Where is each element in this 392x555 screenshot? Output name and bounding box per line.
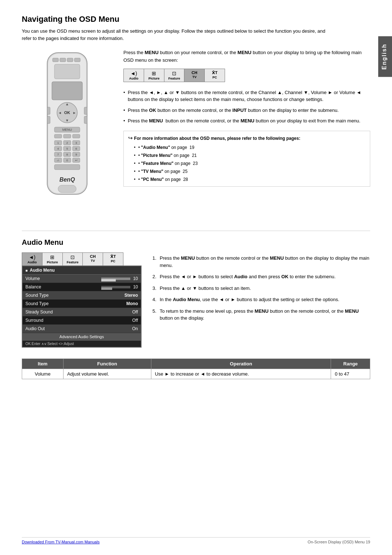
remote-image-area: OK ▲ ▼ ◄ ► MENU 1 (22, 49, 113, 216)
svg-rect-3 (60, 58, 66, 62)
row-range: 0 to 47 (331, 369, 370, 379)
tv-tab: CH TV (83, 253, 103, 266)
sound-type-label-2: Sound Type (25, 301, 49, 306)
tv-tab-label: TV (91, 259, 95, 263)
balance-label: Balance (25, 284, 41, 289)
svg-rect-22 (73, 134, 80, 138)
pc-icon: X̄T (205, 70, 224, 75)
footer-link[interactable]: Downloaded From TV-Manual.com Manuals (22, 540, 99, 544)
audio-icon: ◄) (124, 70, 143, 76)
right-instructions: Press the MENU button on your remote con… (123, 49, 370, 190)
picture-tab-icon: ⊞ (43, 254, 62, 260)
picture-tab-label: Picture (47, 260, 58, 264)
osd-menu-bar-top: ◄) Audio ⊞ Picture ⊡ Feature CH TV X̄T (123, 69, 225, 82)
svg-text:2: 2 (66, 141, 68, 145)
step-2: 2. Press the ◄ or ► buttons to select Au… (152, 271, 370, 283)
col-header-operation: Operation (151, 359, 331, 369)
audio-out-value: On (132, 326, 138, 331)
pc-tab: X̄T PC (103, 253, 123, 266)
audio-row-steady-sound: Steady Sound Off (23, 308, 141, 316)
audio-tab: ◄) Audio (22, 253, 42, 266)
section-divider (22, 231, 370, 231)
svg-text:7: 7 (57, 153, 59, 156)
svg-text:5: 5 (66, 147, 68, 150)
osd-menu-bar-audio: ◄) Audio ⊞ Picture ⊡ Feature CH TV X̄T (22, 252, 123, 266)
svg-rect-17 (84, 116, 87, 123)
svg-rect-4 (67, 58, 73, 62)
audio-menu-header: Audio Menu (23, 266, 141, 275)
feature-label: Feature (168, 77, 180, 80)
sound-type-value-stereo: Stereo (124, 293, 138, 298)
menu-bold-1: MENU (145, 50, 159, 55)
step-num-2: 2. (152, 273, 156, 280)
table-row: Volume Adjust volume level. Use ► to inc… (22, 369, 370, 379)
menu-item-feature: ⊡ Feature (164, 69, 185, 82)
svg-text:OK: OK (64, 110, 70, 115)
svg-rect-2 (53, 58, 58, 62)
svg-text:▼: ▼ (65, 118, 69, 122)
step-5: 5. To return to the menu one level up, p… (152, 305, 370, 324)
surround-value: Off (132, 318, 138, 323)
note-title: For more information about the OSD menus… (134, 136, 300, 141)
svg-rect-47 (54, 165, 80, 170)
audio-row-sound-type-mono: Sound Type Mono (23, 300, 141, 308)
svg-text:▲: ▲ (65, 102, 69, 106)
tv-icon: CH (185, 70, 204, 75)
audio-section: ◄) Audio ⊞ Picture ⊡ Feature CH TV X̄T (22, 252, 370, 348)
audio-menu-footer: OK:Enter ∧∨:Select <>:Adjust (23, 340, 141, 347)
audio-tab-label: Audio (28, 260, 37, 264)
picture-icon: ⊞ (145, 70, 163, 76)
audio-out-label: Audio Out (25, 326, 45, 331)
pc-tab-icon: X̄T (104, 254, 122, 259)
audio-row-balance: Balance 10 (23, 283, 141, 291)
svg-text:8: 8 (66, 153, 68, 156)
svg-rect-49 (58, 185, 76, 193)
volume-label: Volume (25, 276, 40, 281)
feature-icon: ⊡ (165, 70, 184, 76)
step-num-3: 3. (152, 285, 156, 292)
volume-value: 10 (101, 276, 138, 281)
audio-instructions: 1. Press the MENU button on the remote c… (152, 252, 370, 324)
audio-row-surround: Surround Off (23, 316, 141, 325)
note-item-2: • "Picture Menu" on page 21 (134, 151, 366, 159)
note-item-4: • "TV Menu" on page 25 (134, 167, 366, 175)
col-header-function: Function (63, 359, 151, 369)
step-num-1: 1. (152, 255, 156, 262)
advanced-audio-settings: Advanced Audio Settings (23, 333, 141, 340)
step-num-4: 4. (152, 296, 156, 303)
table-header-row: Item Function Operation Range (22, 359, 370, 369)
svg-text:9: 9 (75, 153, 77, 156)
svg-text:-/-: -/- (57, 159, 60, 162)
footer-page-info: On-Screen Display (OSD) Menu 19 (308, 540, 370, 544)
svg-text:BenQ: BenQ (60, 177, 75, 183)
feature-tab-icon: ⊡ (64, 254, 82, 260)
instruction-item-1: Press the ◄, ►, ▲ or ▼ buttons on the re… (123, 87, 370, 105)
bullet-instructions-list: Press the ◄, ►, ▲ or ▼ buttons on the re… (123, 87, 370, 126)
row-item: Volume (22, 369, 64, 379)
remote-control-illustration: OK ▲ ▼ ◄ ► MENU 1 (31, 49, 103, 216)
picture-tab: ⊞ Picture (42, 253, 63, 266)
sound-type-label-1: Sound Type (25, 293, 49, 298)
step-3: 3. Press the ▲ or ▼ buttons to select an… (152, 283, 370, 294)
audio-label: Audio (129, 77, 139, 80)
menu-item-pc: X̄T PC (205, 69, 225, 82)
numbered-instructions-list: 1. Press the MENU button on the remote c… (152, 252, 370, 324)
audio-menu-screen: Audio Menu Volume 10 Balance (22, 266, 142, 348)
svg-text:↩: ↩ (75, 159, 78, 162)
svg-text:►: ► (73, 111, 76, 115)
svg-rect-16 (47, 116, 50, 123)
tv-tab-icon: CH (83, 254, 102, 259)
step-1: 1. Press the MENU button on the remote c… (152, 252, 370, 271)
svg-rect-14 (47, 107, 50, 114)
press-menu-text: Press the MENU button on your remote con… (123, 49, 370, 64)
sound-type-value-mono: Mono (126, 301, 138, 306)
feature-tab-label: Feature (67, 260, 79, 264)
feature-tab: ⊡ Feature (63, 253, 83, 266)
instruction-item-3: Press the MENU button on the remote cont… (123, 116, 370, 126)
section1-title: Navigating the OSD Menu (22, 15, 370, 24)
audio-row-volume: Volume 10 (23, 275, 141, 283)
menu-bold-2: MENU (237, 50, 251, 55)
menu-item-tv: CH TV (184, 69, 205, 82)
menu-item-picture: ⊞ Picture (144, 69, 164, 82)
page-footer: Downloaded From TV-Manual.com Manuals On… (22, 537, 370, 544)
